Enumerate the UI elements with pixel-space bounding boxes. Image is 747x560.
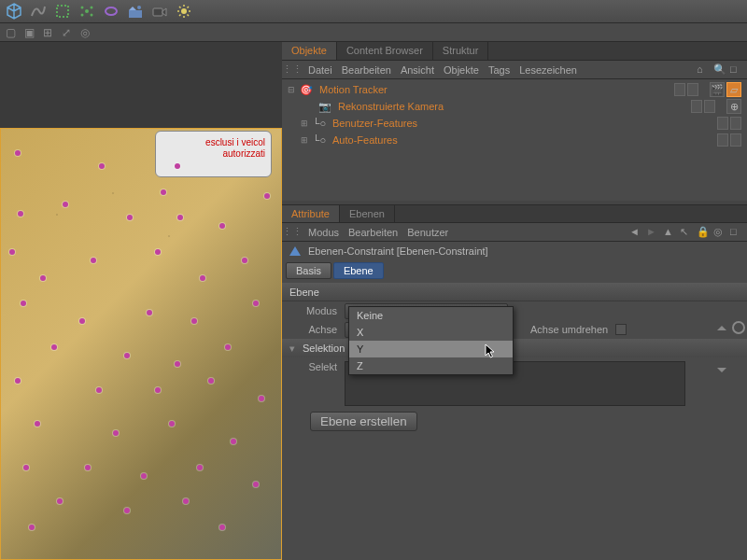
light-icon[interactable] (174, 1, 194, 21)
tree-label[interactable]: Benutzer-Features (332, 118, 417, 129)
sign-line-2: autorizzati (162, 148, 265, 160)
achse-umdrehen-checkbox[interactable] (615, 324, 627, 335)
right-panel: Objekte Content Browser Struktur ⋮⋮ Date… (282, 42, 747, 560)
disclosure-icon[interactable]: ▾ (289, 343, 299, 355)
view-grid-icon[interactable]: ⊞ (41, 26, 54, 39)
svg-rect-7 (129, 10, 142, 18)
selektion-label: Selektion (303, 343, 345, 354)
tree-label[interactable]: Motion Tracker (319, 84, 388, 95)
spline-icon[interactable] (28, 1, 49, 21)
svg-point-6 (106, 7, 117, 15)
menu-benutzer[interactable]: Benutzer (407, 227, 448, 238)
tree-row-user-features[interactable]: ⊞ └○ Benutzer-Features (282, 115, 747, 132)
selekt-label: Selekt (289, 361, 341, 372)
viewport-image: esclusi i veicol autorizzati (0, 128, 282, 560)
view-panels-icon[interactable]: ▣ (22, 26, 35, 39)
view-expand-icon[interactable]: ⤢ (60, 26, 73, 39)
tree-row-camera[interactable]: 📷 Rekonstruierte Kamera ⊕ (282, 98, 747, 115)
grip-icon[interactable]: ⋮⋮ (286, 63, 299, 77)
achse-dropdown-popup: Keine X Y Z (348, 306, 514, 375)
svg-point-10 (181, 8, 187, 14)
tab-attribute[interactable]: Attribute (282, 205, 340, 222)
attribute-header: Ebenen-Constraint [Ebenen-Constraint] (282, 242, 747, 260)
search-icon[interactable]: 🔍 (713, 63, 726, 77)
find-icon[interactable]: ↖ (680, 226, 693, 239)
nav-back-icon[interactable]: ◄ (629, 226, 642, 239)
home-icon[interactable]: ⌂ (697, 63, 710, 77)
tag-sel-icon[interactable]: ▱ (726, 82, 741, 97)
camera-icon: 📷 (317, 100, 332, 113)
menu-modus[interactable]: Modus (308, 227, 339, 238)
sub-toolbar: ▢ ▣ ⊞ ⤢ ◎ (0, 23, 747, 42)
motion-tracker-icon: 🎯 (299, 83, 314, 96)
menu-tags[interactable]: Tags (488, 64, 510, 76)
create-plane-button[interactable]: Ebene erstellen (310, 412, 417, 431)
tab-struktur[interactable]: Struktur (433, 42, 489, 60)
svg-rect-9 (153, 8, 162, 16)
expand-icon[interactable]: ⊟ (286, 85, 297, 94)
tab-content-browser[interactable]: Content Browser (337, 42, 433, 60)
constraint-icon (288, 245, 303, 258)
svg-rect-0 (57, 6, 68, 17)
lock-icon[interactable]: 🔒 (697, 226, 710, 239)
generator-icon[interactable] (52, 1, 73, 21)
menu-ansicht[interactable]: Ansicht (401, 64, 434, 76)
svg-point-3 (91, 7, 93, 9)
menu-datei[interactable]: Datei (308, 64, 332, 76)
array-icon[interactable] (77, 1, 97, 21)
view-single-icon[interactable]: ▢ (4, 26, 17, 39)
dd-option-x[interactable]: X (349, 324, 513, 341)
environment-icon[interactable] (125, 1, 146, 21)
object-menubar: ⋮⋮ Datei Bearbeiten Ansicht Objekte Tags… (282, 61, 747, 79)
scroll-handle[interactable] (715, 321, 728, 377)
menu-bearbeiten[interactable]: Bearbeiten (348, 227, 398, 238)
attribute-panel-tabs: Attribute Ebenen (282, 204, 747, 223)
sub-tab-basis[interactable]: Basis (286, 262, 331, 279)
grip-icon[interactable]: ⋮⋮ (286, 226, 299, 239)
tree-label[interactable]: Rekonstruierte Kamera (338, 101, 444, 112)
tag-icon[interactable]: 🎬 (710, 82, 725, 97)
tab-ebenen[interactable]: Ebenen (340, 205, 395, 222)
expand-icon[interactable]: ⊞ (299, 119, 310, 128)
null-icon: └○ (312, 133, 327, 147)
attribute-menubar: ⋮⋮ Modus Bearbeiten Benutzer ◄ ► ▲ ↖ 🔒 ◎… (282, 223, 747, 242)
svg-point-1 (85, 9, 89, 13)
sub-tab-ebene[interactable]: Ebene (333, 262, 384, 279)
nav-up-icon[interactable]: ▲ (663, 226, 676, 239)
expand-icon[interactable]: □ (730, 63, 743, 77)
expand-icon[interactable]: ⊞ (299, 135, 310, 145)
dd-option-z[interactable]: Z (349, 357, 513, 374)
object-panel-tabs: Objekte Content Browser Struktur (282, 42, 747, 61)
menu-lesezeichen[interactable]: Lesezeichen (519, 64, 577, 76)
deformer-icon[interactable] (101, 1, 121, 21)
dd-option-keine[interactable]: Keine (349, 307, 513, 324)
camera-icon[interactable] (149, 1, 170, 21)
sign-line-1: esclusi i veicol (162, 137, 265, 148)
top-toolbar (0, 0, 747, 23)
target-icon[interactable]: ◎ (713, 226, 726, 239)
scroll-target-icon[interactable] (732, 321, 745, 334)
object-tree: ⊟ 🎯 Motion Tracker 🎬▱ 📷 Rekonstruierte K… (282, 79, 747, 201)
tree-row-motion-tracker[interactable]: ⊟ 🎯 Motion Tracker 🎬▱ (282, 81, 747, 98)
tag-icon[interactable]: ⊕ (726, 99, 741, 114)
dd-option-y[interactable]: Y (349, 341, 513, 357)
modus-label: Modus (289, 305, 341, 316)
null-icon: └○ (312, 117, 327, 130)
tree-row-auto-features[interactable]: ⊞ └○ Auto-Features (282, 132, 747, 148)
menu-bearbeiten[interactable]: Bearbeiten (342, 64, 391, 76)
achse-umdrehen-label: Achse umdrehen (530, 324, 608, 335)
achse-label: Achse (289, 324, 341, 335)
svg-point-2 (81, 7, 84, 9)
viewport[interactable]: esclusi i veicol autorizzati (0, 42, 282, 560)
menu-objekte[interactable]: Objekte (444, 64, 479, 76)
nav-fwd-icon[interactable]: ► (646, 226, 659, 239)
view-target-icon[interactable]: ◎ (78, 26, 92, 39)
svg-point-8 (137, 6, 141, 9)
cube-icon[interactable] (4, 1, 24, 21)
street-sign: esclusi i veicol autorizzati (155, 131, 272, 177)
new-icon[interactable]: □ (730, 226, 743, 239)
tree-label[interactable]: Auto-Features (332, 134, 398, 146)
svg-point-5 (91, 14, 93, 17)
attribute-sub-tabs: Basis Ebene (282, 260, 747, 281)
tab-objekte[interactable]: Objekte (282, 42, 337, 60)
